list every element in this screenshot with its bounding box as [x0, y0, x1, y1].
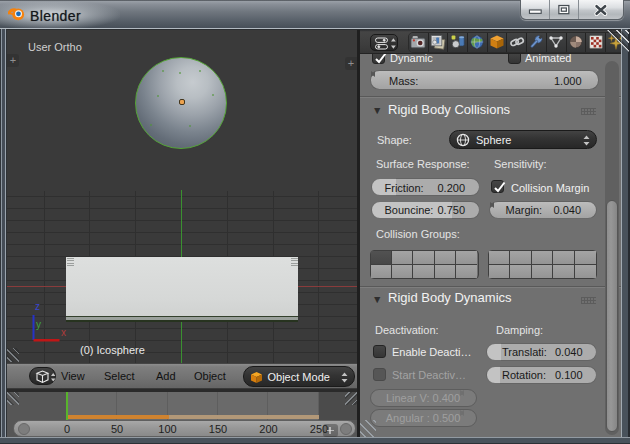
svg-text:y: y: [36, 319, 41, 330]
svg-text:x: x: [61, 327, 66, 338]
svg-text:z: z: [35, 302, 40, 312]
